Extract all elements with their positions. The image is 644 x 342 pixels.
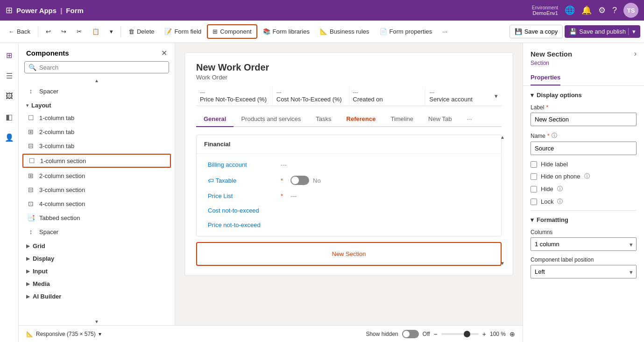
zoom-plus-icon[interactable]: +	[482, 330, 486, 338]
scroll-section-up[interactable]: ▲	[500, 135, 505, 140]
panel-close-button[interactable]: ✕	[161, 49, 167, 57]
undo-button[interactable]: ↩	[41, 25, 56, 38]
settings-icon[interactable]: ⚙	[598, 5, 606, 15]
hide-on-phone-checkbox[interactable]	[531, 173, 537, 180]
right-panel-close-button[interactable]: ›	[634, 50, 637, 58]
search-box[interactable]: 🔍	[24, 61, 169, 73]
form-field-button[interactable]: 📝 Form field	[160, 25, 206, 38]
properties-tab[interactable]: Properties	[531, 70, 560, 86]
columns-label: Columns	[531, 229, 637, 235]
collapse-icon[interactable]: ▾	[495, 93, 498, 100]
form-libraries-button[interactable]: 📚 Form libraries	[258, 25, 314, 38]
sidebar-layers-icon[interactable]: ◧	[1, 108, 18, 125]
columns-select[interactable]: 1 column 2 columns 3 columns 4 columns	[531, 237, 637, 251]
comp-label-spacer: Spacer	[39, 228, 58, 235]
grid-section-header[interactable]: ▶ Grid	[19, 239, 175, 251]
components-panel: Components ✕ 🔍 ▲ ↕ Spacer ▾ Layout ☐ 1-c…	[19, 43, 175, 342]
prop-divider	[531, 210, 637, 211]
scroll-down-arrow[interactable]: ▼	[19, 318, 175, 325]
financial-section-title: Financial	[197, 135, 501, 154]
scroll-section-down[interactable]: ▼	[500, 261, 505, 266]
avatar[interactable]: TS	[623, 3, 638, 18]
zoom-slider[interactable]	[441, 333, 479, 335]
tab-more[interactable]: ···	[459, 112, 479, 127]
zoom-fit-icon[interactable]: ⊕	[510, 330, 515, 338]
tab-timeline[interactable]: Timeline	[383, 112, 421, 127]
sidebar-image-icon[interactable]: 🖼	[1, 88, 18, 105]
ai-builder-section-header[interactable]: ▶ AI Builder	[19, 289, 175, 302]
lock-row: Lock ⓘ	[531, 198, 637, 206]
dropdown-button[interactable]: ▾	[105, 25, 118, 38]
sidebar-home-icon[interactable]: ⊞	[1, 47, 18, 64]
label-input[interactable]	[531, 113, 637, 126]
lock-info-icon[interactable]: ⓘ	[557, 198, 563, 206]
component-button[interactable]: ⊞ Component	[207, 24, 257, 39]
sidebar-fields-icon[interactable]: ☰	[1, 67, 18, 84]
comp-item-1col-tab[interactable]: ☐ 1-column tab	[19, 111, 175, 125]
back-button[interactable]: ← Back	[4, 25, 35, 38]
scroll-up-arrow[interactable]: ▲	[19, 77, 175, 84]
zoom-minus-icon[interactable]: −	[434, 330, 438, 338]
paste-button[interactable]: 📋	[87, 25, 104, 38]
hide-info-icon[interactable]: ⓘ	[557, 185, 563, 193]
cut-button[interactable]: ✂	[72, 25, 86, 38]
globe-icon[interactable]: 🌐	[565, 5, 575, 15]
grid-icon[interactable]: ⊞	[6, 5, 13, 15]
label-position-select[interactable]: Left Top Right	[531, 265, 637, 278]
delete-button[interactable]: 🗑 Delete	[124, 25, 159, 38]
save-publish-button[interactable]: 💾 Save and publish ▾	[565, 25, 640, 38]
tab-products[interactable]: Products and services	[234, 112, 308, 127]
formatting-header[interactable]: ▾ Formatting	[531, 216, 637, 223]
responsive-selector[interactable]: 📐 Responsive (735 × 575) ▾	[26, 331, 101, 337]
form-title: New Work Order	[196, 62, 502, 73]
comp-item-2col-section[interactable]: ⊞ 2-column section	[19, 169, 175, 183]
undo-icon: ↩	[46, 28, 51, 35]
notification-icon[interactable]: 🔔	[581, 5, 592, 15]
comp-item-3col-tab[interactable]: ⊟ 3-column tab	[19, 139, 175, 153]
display-options-header[interactable]: ▾ Display options	[531, 92, 637, 99]
more-toolbar-button[interactable]: ···	[438, 25, 452, 38]
comp-item-4col-section[interactable]: ⊡ 4-column section	[19, 197, 175, 211]
help-icon[interactable]: ?	[612, 6, 617, 15]
taxable-toggle[interactable]	[290, 176, 309, 185]
comp-item-spacer[interactable]: ↕ Spacer	[19, 225, 175, 239]
show-hidden-toggle[interactable]	[402, 330, 419, 338]
new-section-box[interactable]: New Section	[196, 242, 502, 266]
redo-button[interactable]: ↪	[57, 25, 71, 38]
name-required: *	[547, 133, 550, 139]
comp-item-tabbed-section[interactable]: 📑 Tabbed section	[19, 211, 175, 225]
save-copy-button[interactable]: 💾 Save a copy	[510, 25, 563, 38]
form-properties-button[interactable]: 📄 Form properties	[375, 25, 437, 38]
input-section-header[interactable]: ▶ Input	[19, 264, 175, 277]
hide-label-text: Hide label	[541, 161, 568, 168]
business-rules-button[interactable]: 📐 Business rules	[315, 25, 374, 38]
collapse-formatting-icon: ▾	[531, 216, 534, 223]
layout-section-header[interactable]: ▾ Layout	[19, 98, 175, 111]
comp-item-3col-section[interactable]: ⊟ 3-column section	[19, 183, 175, 197]
search-input[interactable]	[39, 64, 165, 71]
form-fields-row: --- Price Not-To-Exceed (%) --- Cost Not…	[196, 86, 502, 106]
comp-item-spacer-top[interactable]: ↕ Spacer	[19, 84, 175, 98]
hide-checkbox[interactable]	[531, 186, 537, 192]
chevron-down-icon: ▾	[110, 28, 113, 35]
display-section-header[interactable]: ▶ Display	[19, 251, 175, 264]
grid-section-label: Grid	[33, 242, 45, 249]
name-input[interactable]	[531, 142, 637, 155]
comp-item-2col-tab[interactable]: ⊞ 2-column tab	[19, 125, 175, 139]
taxable-value[interactable]: No	[290, 176, 321, 185]
hide-label-checkbox[interactable]	[531, 161, 537, 168]
comp-item-1col-section[interactable]: ☐ 1-column section	[22, 154, 171, 168]
media-section-header[interactable]: ▶ Media	[19, 277, 175, 289]
ai-builder-chevron-icon: ▶	[26, 294, 30, 299]
name-info-icon[interactable]: ⓘ	[552, 132, 557, 140]
tab-tasks[interactable]: Tasks	[308, 112, 339, 127]
sidebar-person-icon[interactable]: 👤	[1, 129, 18, 146]
lock-checkbox[interactable]	[531, 199, 537, 205]
comp-label-3col-section: 3-column section	[39, 186, 85, 193]
tab-reference[interactable]: Reference	[339, 112, 383, 127]
tab-general[interactable]: General	[196, 112, 234, 127]
2col-tab-icon: ⊞	[26, 128, 35, 135]
hide-on-phone-info-icon[interactable]: ⓘ	[584, 172, 590, 180]
tab-new-tab[interactable]: New Tab	[421, 112, 459, 127]
publish-caret-icon[interactable]: ▾	[628, 28, 636, 35]
